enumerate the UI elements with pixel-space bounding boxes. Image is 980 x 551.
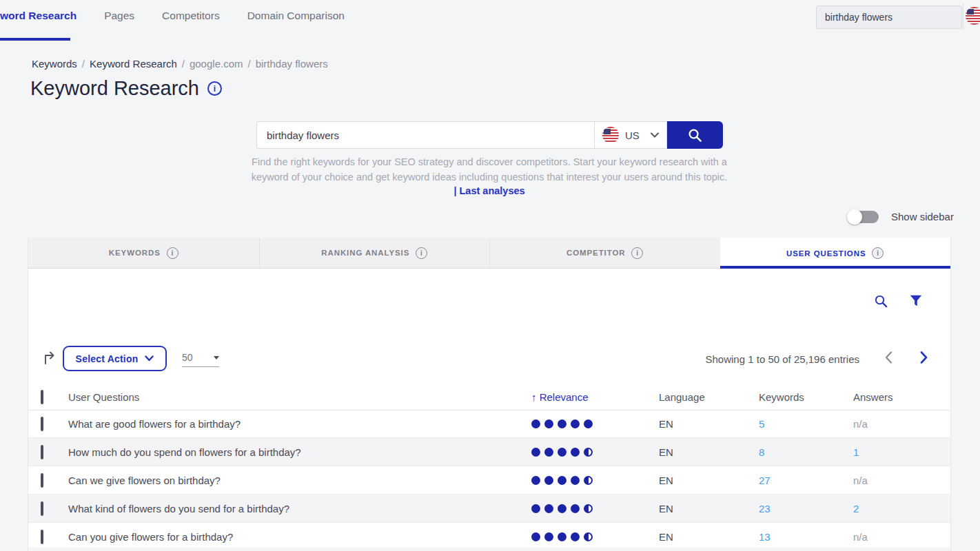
export-button[interactable] bbox=[42, 350, 58, 368]
info-icon[interactable]: i bbox=[167, 247, 178, 259]
previous-page-button[interactable] bbox=[885, 351, 892, 364]
table-header: User Questions ↑ Relevance Language Keyw… bbox=[28, 384, 950, 410]
answers-na-text: n/a bbox=[853, 418, 868, 430]
relevance-dot-full bbox=[558, 448, 566, 457]
relevance-dot-full bbox=[571, 504, 580, 513]
question-text: How much do you spend on flowers for a b… bbox=[68, 446, 531, 458]
keywords-count-link[interactable]: 27 bbox=[759, 475, 770, 486]
breadcrumb: Keywords/Keyword Research/google.com/bir… bbox=[32, 58, 328, 70]
relevance-dot-full bbox=[571, 419, 580, 428]
page-title-row: Keyword Research i bbox=[30, 77, 222, 100]
keyword-input[interactable] bbox=[256, 121, 594, 149]
relevance-dots bbox=[531, 532, 659, 541]
nav-item[interactable]: Domain Comparison bbox=[247, 10, 345, 22]
global-search bbox=[816, 6, 962, 29]
relevance-dot-full bbox=[544, 448, 553, 457]
tab-competitor[interactable]: COMPETITORi bbox=[489, 238, 720, 269]
relevance-dots bbox=[531, 476, 659, 485]
next-page-button[interactable] bbox=[920, 351, 928, 364]
keywords-count-link[interactable]: 23 bbox=[759, 503, 770, 514]
us-flag-icon bbox=[602, 127, 619, 143]
country-select[interactable]: US bbox=[594, 121, 667, 149]
nav-item[interactable]: Pages bbox=[104, 10, 134, 22]
language-cell: EN bbox=[659, 446, 759, 458]
table-row-partial bbox=[28, 548, 950, 551]
export-arrow-icon bbox=[42, 350, 58, 366]
page-size-value: 50 bbox=[182, 352, 193, 363]
select-all-checkbox[interactable] bbox=[41, 390, 43, 404]
chevron-down-icon bbox=[651, 132, 659, 138]
breadcrumb-item[interactable]: birthday flowers bbox=[256, 58, 328, 70]
info-icon[interactable]: i bbox=[207, 81, 222, 96]
select-action-button[interactable]: Select Action bbox=[63, 346, 167, 371]
tab-label: RANKING ANALYSIS bbox=[321, 249, 409, 257]
select-action-label: Select Action bbox=[76, 353, 139, 364]
showing-entries-text: Showing 1 to 50 of 25,196 entries bbox=[706, 353, 860, 365]
info-icon[interactable]: i bbox=[872, 247, 884, 259]
relevance-dot-full bbox=[558, 532, 566, 541]
relevance-dot-full bbox=[531, 476, 540, 485]
show-sidebar-label: Show sidebar bbox=[891, 211, 954, 222]
breadcrumb-item[interactable]: google.com bbox=[190, 58, 243, 70]
tab-label: USER QUESTIONS bbox=[786, 249, 866, 258]
tab-user-questions[interactable]: USER QUESTIONSi bbox=[720, 238, 951, 269]
relevance-dot-full bbox=[558, 419, 566, 428]
active-nav-underline bbox=[0, 38, 70, 41]
divider bbox=[963, 3, 963, 30]
tab-ranking-analysis[interactable]: RANKING ANALYSISi bbox=[259, 238, 490, 269]
last-analyses-link[interactable]: | Last analyses bbox=[248, 185, 731, 196]
answers-count-link[interactable]: 2 bbox=[853, 503, 859, 514]
filter-icon bbox=[909, 294, 923, 308]
search-icon bbox=[687, 127, 703, 143]
row-checkbox[interactable] bbox=[41, 530, 43, 544]
chevron-right-icon bbox=[920, 351, 928, 364]
nav-item[interactable]: word Research bbox=[0, 10, 76, 22]
global-search-input[interactable] bbox=[817, 12, 961, 23]
answers-count-link[interactable]: 1 bbox=[853, 446, 859, 458]
keywords-count-link[interactable]: 5 bbox=[759, 418, 764, 430]
keywords-count-link[interactable]: 13 bbox=[759, 531, 770, 543]
show-sidebar-toggle[interactable] bbox=[848, 211, 879, 223]
question-text: What kind of flowers do you send for a b… bbox=[68, 503, 531, 514]
relevance-dot-full bbox=[571, 476, 580, 485]
nav-item[interactable]: Competitors bbox=[162, 10, 220, 22]
sort-up-icon: ↑ bbox=[531, 391, 537, 403]
caret-down-icon bbox=[214, 356, 219, 360]
relevance-dot-half bbox=[584, 504, 593, 513]
chevron-down-icon bbox=[145, 355, 154, 362]
breadcrumb-item[interactable]: Keyword Research bbox=[90, 58, 177, 70]
search-button[interactable] bbox=[667, 121, 723, 149]
relevance-dot-full bbox=[531, 448, 540, 457]
page-size-select[interactable]: 50 bbox=[182, 349, 219, 367]
column-header-relevance[interactable]: ↑ Relevance bbox=[531, 391, 659, 403]
relevance-dot-full bbox=[571, 532, 580, 541]
breadcrumb-item[interactable]: Keywords bbox=[32, 58, 77, 70]
country-code: US bbox=[625, 129, 644, 141]
language-cell: EN bbox=[659, 475, 759, 486]
table-search-button[interactable] bbox=[874, 294, 888, 309]
info-icon[interactable]: i bbox=[631, 247, 643, 259]
toggle-knob bbox=[847, 209, 862, 225]
relevance-dot-full bbox=[531, 504, 540, 513]
table-tools bbox=[874, 294, 923, 309]
relevance-dot-full bbox=[531, 532, 540, 541]
tab-keywords[interactable]: KEYWORDSi bbox=[28, 238, 259, 269]
row-checkbox[interactable] bbox=[41, 473, 43, 488]
table-body: What are good flowers for a birthday?EN5… bbox=[28, 410, 950, 551]
breadcrumb-separator: / bbox=[182, 58, 185, 70]
language-cell: EN bbox=[659, 503, 759, 514]
relevance-dot-full bbox=[571, 448, 580, 457]
keywords-count-link[interactable]: 8 bbox=[759, 446, 764, 458]
relevance-dot-full bbox=[544, 476, 553, 485]
row-checkbox[interactable] bbox=[41, 445, 43, 459]
breadcrumb-separator: / bbox=[82, 58, 85, 70]
top-nav: word ResearchPagesCompetitorsDomain Comp… bbox=[0, 0, 345, 32]
row-checkbox[interactable] bbox=[41, 417, 43, 431]
language-cell: EN bbox=[659, 531, 759, 543]
table-row: What kind of flowers do you send for a b… bbox=[28, 495, 950, 523]
info-icon[interactable]: i bbox=[416, 247, 427, 259]
table-row: What are good flowers for a birthday?EN5… bbox=[28, 410, 950, 438]
us-flag-icon[interactable] bbox=[966, 7, 980, 25]
filter-button[interactable] bbox=[909, 294, 923, 309]
row-checkbox[interactable] bbox=[41, 501, 43, 516]
